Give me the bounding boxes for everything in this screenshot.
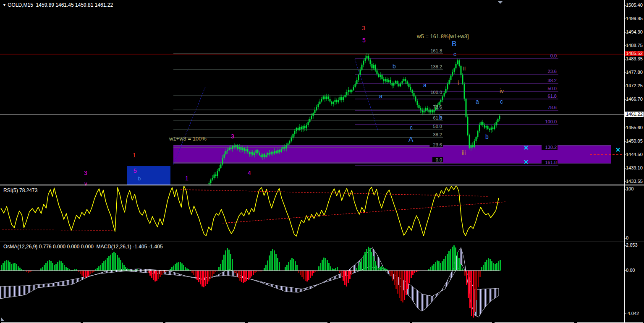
chart-dropdown-icon[interactable]: ▼	[3, 3, 6, 7]
price-axis-label: 1488.75	[626, 43, 643, 48]
rsi-indicator-label: RSI(5) 78.2473	[3, 188, 37, 193]
price-axis-label: 1450.05	[626, 138, 643, 144]
price-axis-label: 0	[626, 235, 628, 241]
chart-graphics: 161.8138.2100.078.661.850.038.223.60.00.…	[0, 0, 644, 323]
price-axis-label: 1499.85	[626, 16, 643, 21]
price-axis-label: -4.042	[626, 311, 639, 316]
price-axis-label: 1485.52	[625, 51, 644, 56]
price-axis-label: 1455.60	[626, 125, 643, 130]
price-axis-scale[interactable]	[625, 0, 644, 323]
price-axis-label: 100	[626, 186, 634, 192]
mt4-chart-window: 161.8138.2100.078.661.850.038.223.60.00.…	[0, 0, 644, 323]
price-axis-label: 1433.55	[626, 179, 643, 184]
price-axis-label: 1494.30	[626, 29, 643, 35]
rsi-panel-canvas[interactable]	[0, 186, 624, 241]
price-axis-label: 0.00	[626, 268, 635, 273]
symbol-header: ▼ GOLD,M15 1459.89 1461.45 1459.81 1461.…	[3, 2, 113, 8]
price-axis-label: 2.053	[626, 242, 638, 248]
osma-indicator-label: OsMA(12,26,9) 0.776 0.000 0.000 0.000 MA…	[3, 244, 163, 250]
symbol-quote-text: GOLD,M15 1459.89 1461.45 1459.81 1461.22	[8, 2, 113, 8]
price-axis-label: 1472.25	[626, 83, 643, 89]
price-axis-label: 1444.50	[626, 152, 643, 157]
price-axis-label: 1505.40	[626, 3, 643, 8]
main-chart-canvas[interactable]	[0, 0, 624, 185]
price-axis-label: 1483.35	[626, 56, 643, 62]
price-axis-label: 1466.70	[626, 96, 643, 102]
price-axis-label: 1477.80	[626, 70, 643, 75]
price-axis-label: 1461.22	[625, 112, 644, 117]
osma-panel-canvas[interactable]	[0, 242, 624, 320]
price-axis-label: 1439.10	[626, 165, 643, 171]
